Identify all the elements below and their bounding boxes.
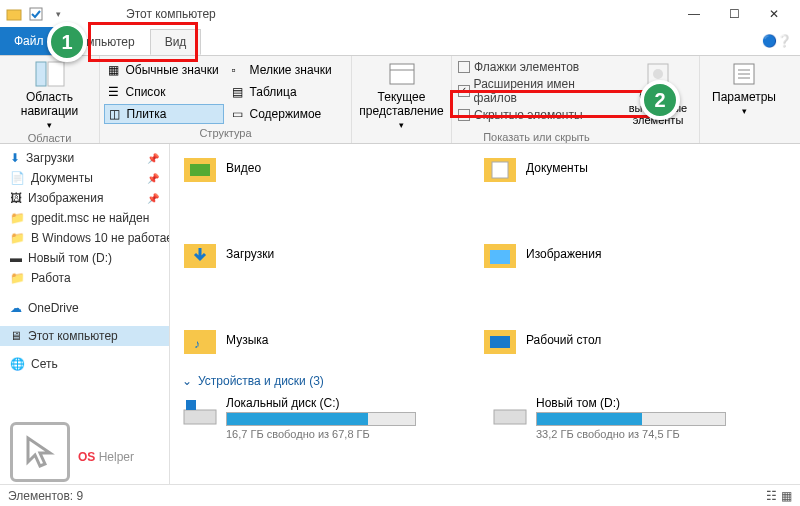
annotation-highlight-1 [88,22,198,62]
drive-c-name: Локальный диск (C:) [226,396,452,410]
content-pane: Видео Документы Загрузки Изображения ♪Му… [170,144,800,484]
nav-pane-button[interactable]: Область навигации ▾ [5,60,95,130]
svg-text:♪: ♪ [194,337,200,351]
svg-rect-15 [490,250,510,264]
cursor-icon [10,422,70,482]
layout-small[interactable]: ▫Мелкие значки [228,60,348,80]
folder-documents[interactable]: Документы [482,150,742,186]
pictures-folder-icon [482,236,518,272]
status-item-count: Элементов: 9 [8,489,83,503]
annotation-highlight-2 [450,90,650,118]
music-folder-icon: ♪ [182,322,218,358]
folder-videos[interactable]: Видео [182,150,442,186]
downloads-folder-icon [182,236,218,272]
nav-win10[interactable]: 📁В Windows 10 не работает [0,228,169,248]
group-layout-label: Структура [199,127,251,139]
svg-rect-16 [184,330,216,354]
watermark-os: OS [78,450,95,464]
view-tiles-icon[interactable]: ▦ [781,489,792,503]
group-showhide-label: Показать или скрыть [483,131,590,143]
svg-point-7 [653,69,663,79]
current-view-label: Текущее представление [357,90,447,118]
folder-desktop[interactable]: Рабочий стол [482,322,742,358]
nav-onedrive[interactable]: ☁OneDrive [0,298,169,318]
options-button[interactable]: Параметры ▾ [699,60,789,116]
layout-regular[interactable]: ▦Обычные значки [104,60,224,80]
drive-icon [182,396,218,428]
group-areas-label: Области [28,132,72,144]
cloud-icon: ☁ [10,301,22,315]
picture-icon: 🖼 [10,191,22,205]
nav-downloads[interactable]: ⬇Загрузки📌 [0,148,169,168]
network-icon: 🌐 [10,357,25,371]
options-label: Параметры [712,90,776,104]
nav-this-pc[interactable]: 🖥Этот компьютер [0,326,169,346]
svg-rect-4 [390,64,414,84]
nav-work[interactable]: 📁Работа [0,268,169,288]
chevron-down-icon: ⌄ [182,374,192,388]
help-icon[interactable]: 🔵❔ [762,34,792,48]
svg-rect-20 [184,410,216,424]
drive-d-bar [536,412,726,426]
quick-access-toolbar: ▾ [6,6,66,22]
video-folder-icon [182,150,218,186]
drive-icon [492,396,528,428]
desktop-folder-icon [482,322,518,358]
annotation-callout-1: 1 [47,22,87,62]
drive-c-bar [226,412,416,426]
svg-rect-22 [494,410,526,424]
folder-downloads[interactable]: Загрузки [182,236,442,272]
computer-icon: 🖥 [10,329,22,343]
folder-music[interactable]: ♪Музыка [182,322,442,358]
drive-d-free: 33,2 ГБ свободно из 74,5 ГБ [536,428,762,440]
minimize-button[interactable]: — [674,7,714,21]
svg-rect-0 [7,10,21,20]
svg-rect-21 [186,400,196,410]
documents-folder-icon [482,150,518,186]
nav-network[interactable]: 🌐Сеть [0,354,169,374]
svg-rect-10 [190,164,210,176]
layout-list[interactable]: ☰Список [104,82,224,102]
drive-c[interactable]: Локальный диск (C:) 16,7 ГБ свободно из … [182,396,452,440]
devices-section-header[interactable]: ⌄Устройства и диски (3) [182,374,788,388]
nav-documents[interactable]: 📄Документы📌 [0,168,169,188]
nav-gpedit[interactable]: 📁gpedit.msc не найден [0,208,169,228]
folder-icon: 📁 [10,211,25,225]
nav-pictures[interactable]: 🖼Изображения📌 [0,188,169,208]
watermark-helper: Helper [95,450,134,464]
drive-d[interactable]: Новый том (D:) 33,2 ГБ свободно из 74,5 … [492,396,762,440]
drive-icon: ▬ [10,251,22,265]
group-params: Параметры ▾ [700,56,788,143]
drive-d-name: Новый том (D:) [536,396,762,410]
group-current-view: Текущее представление ▾ [352,56,452,143]
folder-icon: 📁 [10,231,25,245]
maximize-button[interactable]: ☐ [714,7,754,21]
folder-pictures[interactable]: Изображения [482,236,742,272]
window-title: Этот компьютер [126,7,216,21]
group-layout: ▦Обычные значки ▫Мелкие значки ☰Список ▤… [100,56,352,143]
view-details-icon[interactable]: ☷ [766,489,777,503]
window-controls: — ☐ ✕ [674,7,794,21]
close-button[interactable]: ✕ [754,7,794,21]
watermark: OS Helper [10,422,134,482]
download-icon: ⬇ [10,151,20,165]
folder-icon [6,6,22,22]
layout-tiles[interactable]: ◫Плитка [104,104,224,124]
nav-drive-d[interactable]: ▬Новый том (D:) [0,248,169,268]
current-view-button[interactable]: Текущее представление ▾ [357,60,447,130]
ribbon: Область навигации ▾ Области ▦Обычные зна… [0,56,800,144]
svg-rect-3 [48,62,64,86]
status-bar: Элементов: 9 ☷ ▦ [0,484,800,506]
svg-rect-19 [490,336,510,348]
layout-content[interactable]: ▭Содержимое [228,104,348,124]
annotation-callout-2: 2 [640,80,680,120]
layout-table[interactable]: ▤Таблица [228,82,348,102]
checkbox-item-flags[interactable]: Флажки элементов [458,60,615,74]
svg-rect-1 [30,8,42,20]
group-areas: Область навигации ▾ Области [0,56,100,143]
checkbox-icon[interactable] [28,6,44,22]
folder-icon: 📁 [10,271,25,285]
qat-dropdown-icon[interactable]: ▾ [50,6,66,22]
svg-rect-12 [492,162,508,178]
nav-pane-label: Область навигации [5,90,95,118]
